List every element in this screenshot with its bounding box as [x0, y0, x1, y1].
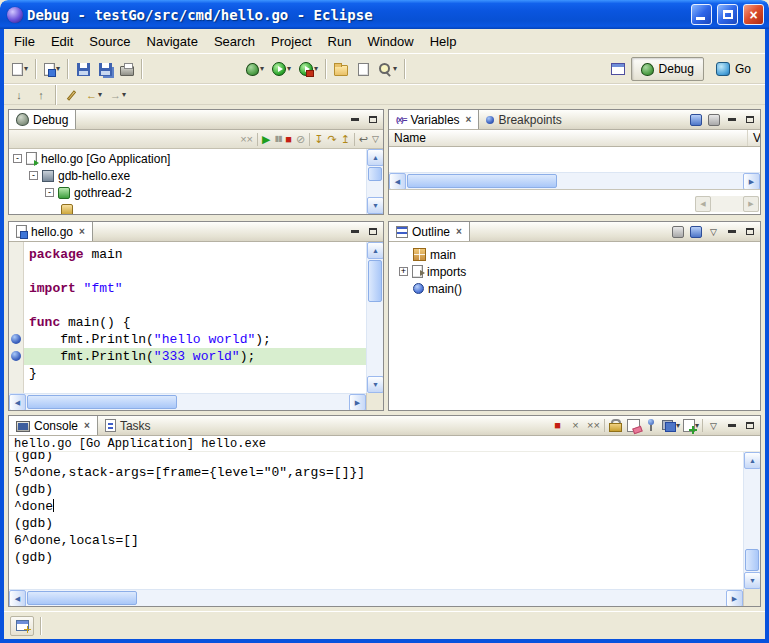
editor-annotation-ruler[interactable]: [9, 242, 24, 393]
new-wizard-button[interactable]: ▾: [8, 57, 32, 81]
expander-icon[interactable]: -: [13, 154, 22, 163]
code-line[interactable]: import "fmt": [24, 280, 366, 297]
remove-all-launches-button[interactable]: ××: [586, 418, 601, 433]
console-terminate-button[interactable]: ■: [550, 418, 565, 433]
scroll-thumb[interactable]: [27, 591, 137, 605]
menu-project[interactable]: Project: [263, 31, 319, 52]
open-file-button[interactable]: [352, 57, 374, 81]
scroll-right-button[interactable]: ▶: [349, 394, 366, 411]
breakpoints-tab[interactable]: Breakpoints: [479, 110, 568, 129]
code-line[interactable]: fmt.Println("hello world");: [24, 331, 366, 348]
scroll-thumb[interactable]: [27, 395, 177, 409]
clear-console-button[interactable]: [626, 418, 641, 433]
scroll-right-button[interactable]: ▶: [743, 173, 760, 190]
code-line[interactable]: func main() {: [24, 314, 366, 331]
minimize-view-button[interactable]: [347, 224, 362, 239]
open-perspective-button[interactable]: [607, 57, 629, 81]
code-line[interactable]: [24, 263, 366, 280]
scroll-track[interactable]: [367, 259, 383, 376]
variables-detail-pane[interactable]: ◀ ▶: [389, 189, 760, 214]
debug-view-menu-button[interactable]: ▽: [372, 135, 379, 144]
code-line-current[interactable]: fmt.Println("333 world");: [24, 348, 366, 365]
console-view-menu-button[interactable]: ▽: [706, 418, 721, 433]
step-over-button[interactable]: ↷: [327, 134, 336, 145]
pin-console-button[interactable]: [644, 418, 659, 433]
debug-vertical-scrollbar[interactable]: ▲ ▼: [366, 149, 383, 214]
fast-view-button[interactable]: [10, 616, 34, 636]
forward-button[interactable]: → ▾: [106, 86, 130, 104]
scroll-lock-button[interactable]: [608, 418, 623, 433]
terminate-button[interactable]: ■: [285, 134, 292, 145]
display-selected-console-button[interactable]: ▾: [662, 418, 680, 433]
step-return-button[interactable]: ↥: [341, 134, 350, 145]
maximize-view-button[interactable]: [365, 224, 380, 239]
disconnect-button[interactable]: ⊘: [296, 134, 305, 145]
perspective-debug-button[interactable]: Debug: [631, 57, 704, 81]
scroll-down-button[interactable]: ▼: [367, 376, 383, 393]
scroll-left-button[interactable]: ◀: [9, 590, 26, 607]
scroll-track[interactable]: [367, 166, 383, 197]
scroll-track[interactable]: [406, 173, 743, 189]
minimize-view-button[interactable]: [724, 112, 739, 127]
breakpoint-marker-icon[interactable]: [11, 351, 21, 361]
debug-view-tab[interactable]: Debug: [9, 110, 76, 129]
menu-source[interactable]: Source: [81, 31, 138, 52]
scroll-track[interactable]: [744, 469, 760, 572]
titlebar[interactable]: Debug - testGo/src/cmd/hello.go - Eclips…: [0, 0, 769, 29]
code-area[interactable]: package main import "fmt" func main() { …: [24, 242, 366, 393]
editor-vertical-scrollbar[interactable]: ▲ ▼: [366, 242, 383, 393]
close-console-tab-button[interactable]: ×: [84, 421, 90, 431]
menu-navigate[interactable]: Navigate: [139, 31, 206, 52]
debug-tree-item-process[interactable]: - gdb-hello.exe: [9, 167, 366, 184]
scroll-right-button[interactable]: ▶: [726, 590, 743, 607]
save-all-button[interactable]: [94, 57, 116, 81]
remove-launch-button[interactable]: ×: [568, 418, 583, 433]
debug-tree-item-thread[interactable]: - gothread-2: [9, 184, 366, 201]
outline-item-package[interactable]: main: [389, 246, 760, 263]
print-button[interactable]: [116, 57, 138, 81]
minimize-view-button[interactable]: [347, 112, 362, 127]
show-logical-structure-button[interactable]: [688, 112, 703, 127]
scroll-up-button[interactable]: ▲: [367, 149, 383, 166]
save-button[interactable]: [72, 57, 94, 81]
external-tools-button[interactable]: ▾: [295, 57, 322, 81]
scroll-down-button[interactable]: ▼: [744, 572, 760, 589]
minimize-view-button[interactable]: [724, 418, 739, 433]
breakpoint-marker-icon[interactable]: [11, 334, 21, 344]
collapse-all-button[interactable]: [706, 112, 721, 127]
drop-to-frame-button[interactable]: ↩: [359, 134, 368, 145]
scroll-down-button[interactable]: ▼: [367, 197, 383, 214]
scroll-track[interactable]: [26, 394, 349, 410]
scroll-thumb[interactable]: [407, 174, 557, 188]
scroll-thumb[interactable]: [368, 260, 382, 302]
column-name[interactable]: Name: [389, 130, 748, 146]
scroll-left-button[interactable]: ◀: [9, 394, 26, 411]
detail-pane-scrollbar[interactable]: ◀ ▶: [695, 196, 759, 212]
menu-help[interactable]: Help: [422, 31, 465, 52]
close-variables-tab-button[interactable]: ×: [466, 115, 472, 125]
previous-annotation-button[interactable]: ↑: [30, 86, 52, 104]
expander-icon[interactable]: -: [29, 171, 38, 180]
search-button[interactable]: ▾: [374, 57, 401, 81]
scroll-up-button[interactable]: ▲: [367, 242, 383, 259]
open-console-button[interactable]: ▾: [683, 418, 699, 433]
column-value[interactable]: V: [748, 130, 760, 146]
maximize-view-button[interactable]: [742, 418, 757, 433]
suspend-button[interactable]: ▮▮: [275, 135, 282, 143]
code-line[interactable]: }: [24, 365, 366, 382]
outline-item-imports[interactable]: + imports: [389, 263, 760, 280]
editor-tab-hello-go[interactable]: hello.go ×: [9, 222, 93, 241]
scroll-track[interactable]: [26, 590, 726, 606]
expander-icon[interactable]: +: [399, 267, 408, 276]
variables-tab[interactable]: (x)= Variables ×: [389, 110, 479, 129]
tasks-tab[interactable]: Tasks: [98, 416, 158, 435]
outline-item-main-func[interactable]: main(): [389, 280, 760, 297]
scroll-left-button[interactable]: ◀: [695, 196, 711, 212]
window-close-button[interactable]: ×: [743, 4, 764, 25]
back-button[interactable]: ← ▾: [82, 86, 106, 104]
filter-button[interactable]: [688, 224, 703, 239]
close-outline-tab-button[interactable]: ×: [456, 227, 462, 237]
scroll-up-button[interactable]: ▲: [744, 452, 760, 469]
scroll-right-button[interactable]: ▶: [743, 196, 759, 212]
debug-tree-item-launch[interactable]: - hello.go [Go Application]: [9, 150, 366, 167]
